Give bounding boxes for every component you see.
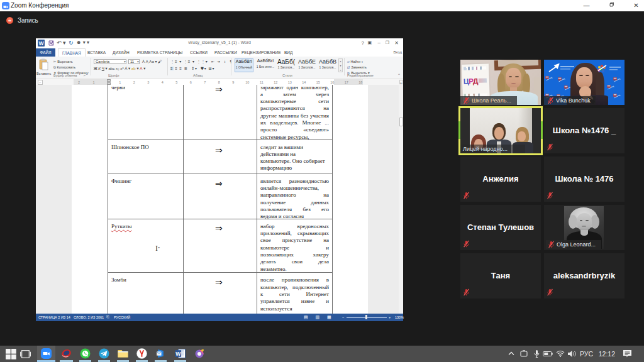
svg-text:W: W xyxy=(175,351,181,357)
